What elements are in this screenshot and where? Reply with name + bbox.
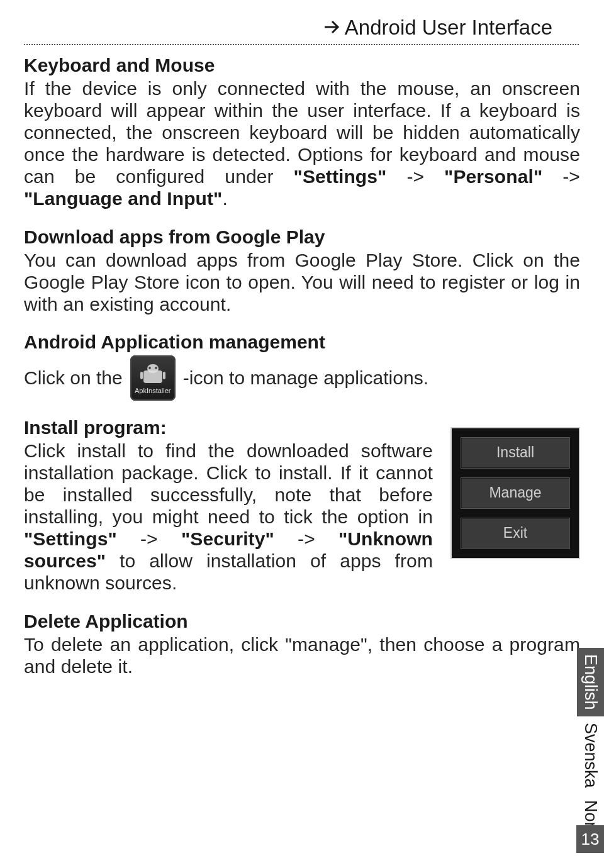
para-download-apps: You can download apps from Google Play S…: [24, 249, 580, 315]
svg-rect-6: [163, 372, 165, 379]
apkinstaller-icon: ApkInstaller: [130, 355, 176, 401]
manage-button[interactable]: Manage: [461, 477, 570, 509]
heading-app-management: Android Application management: [24, 331, 580, 353]
arrow-right-icon: [323, 17, 341, 41]
para-install-program: Click install to find the downloaded sof…: [24, 440, 433, 594]
svg-point-4: [155, 367, 157, 369]
heading-keyboard-mouse: Keyboard and Mouse: [24, 55, 580, 76]
action-button-panel: Install Manage Exit: [450, 427, 580, 559]
language-tabs: English Svenska Norsk: [577, 648, 604, 851]
page-title: Android User Interface: [345, 16, 552, 39]
heading-download-apps: Download apps from Google Play: [24, 226, 580, 248]
svg-point-3: [148, 367, 151, 369]
apkinstaller-row: Click on the ApkInstaller -icon to manag…: [24, 355, 580, 401]
apkinstaller-icon-label: ApkInstaller: [135, 387, 171, 394]
text-click-on-the: Click on the: [24, 367, 123, 389]
exit-button[interactable]: Exit: [461, 518, 570, 549]
heading-delete-application: Delete Application: [24, 611, 580, 632]
text-after-icon: -icon to manage applications.: [183, 367, 428, 389]
para-keyboard-mouse: If the device is only connected with the…: [24, 77, 580, 210]
page-header: Android User Interface: [24, 16, 580, 45]
svg-rect-5: [140, 372, 143, 379]
lang-tab-svenska[interactable]: Svenska: [577, 716, 604, 794]
para-delete-application: To delete an application, click "manage"…: [24, 633, 580, 677]
page-number: 13: [576, 825, 604, 853]
install-button[interactable]: Install: [461, 437, 570, 469]
heading-install-program: Install program:: [24, 417, 433, 438]
lang-tab-english[interactable]: English: [577, 648, 604, 716]
